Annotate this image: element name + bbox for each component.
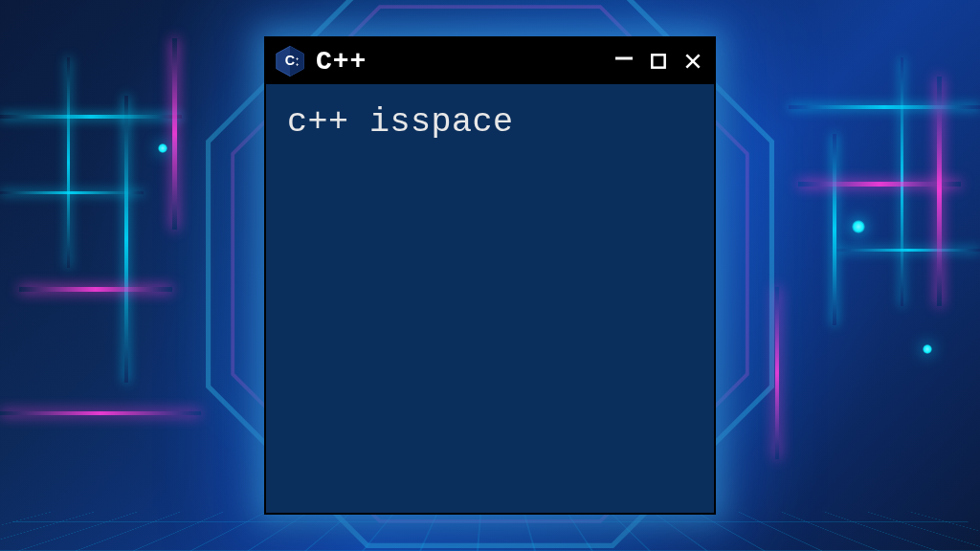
terminal-content[interactable]: c++ isspace <box>266 84 714 513</box>
window-title: C++ <box>316 47 603 77</box>
close-button[interactable] <box>681 50 704 73</box>
svg-rect-8 <box>652 55 664 67</box>
window-controls <box>612 50 704 73</box>
cpp-logo-icon: C + + <box>274 45 306 77</box>
minimize-button[interactable] <box>612 50 635 73</box>
svg-text:C: C <box>285 53 295 68</box>
terminal-text: c++ isspace <box>287 103 693 142</box>
svg-text:+: + <box>296 55 299 61</box>
titlebar[interactable]: C + + C++ <box>266 38 714 84</box>
svg-text:+: + <box>296 61 299 67</box>
maximize-button[interactable] <box>647 50 670 73</box>
terminal-window: C + + C++ c++ isspace <box>264 36 716 515</box>
